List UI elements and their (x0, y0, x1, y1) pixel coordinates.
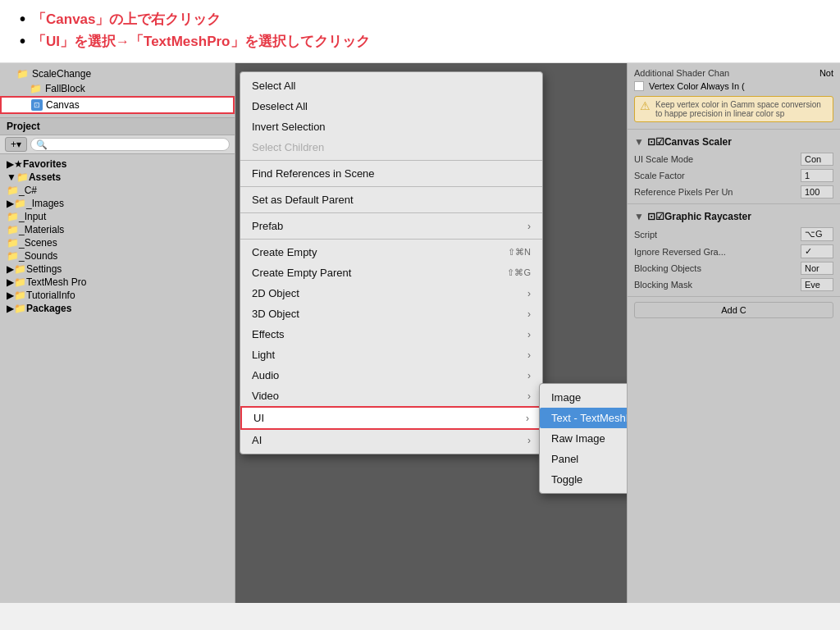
warning-text: Keep vertex color in Gamm space conversi… (655, 100, 828, 118)
blocking-objects-value[interactable]: Nor (801, 262, 833, 275)
add-button[interactable]: +▾ (5, 137, 27, 152)
tree-label-settings: Settings (26, 263, 62, 275)
menu-3d-object[interactable]: 3D Object › (240, 304, 542, 324)
component-icon-raycaster: ⊡ (647, 211, 655, 222)
toggle-icon-raycaster[interactable]: ▼ (634, 211, 644, 222)
menu-audio[interactable]: Audio › (240, 365, 542, 386)
submenu-image[interactable]: Image (540, 387, 627, 408)
scale-factor-value[interactable]: 1 (801, 169, 833, 182)
menu-find-references[interactable]: Find References in Scene (240, 163, 542, 184)
hier-label-scalechange: ScaleChange (32, 68, 91, 80)
ui-scale-mode-value[interactable]: Con (801, 153, 833, 166)
canvas-icon: ⊡ (31, 99, 43, 111)
folder-icon-materials: 📁 (7, 224, 19, 235)
ui-submenu[interactable]: Image Text - TextMeshPro Raw Image Panel… (539, 383, 627, 494)
menu-video[interactable]: Video › (240, 386, 542, 406)
shader-row: Additional Shader Chan Not (634, 66, 833, 80)
ui-scale-mode-label: UI Scale Mode (634, 154, 801, 164)
ref-pixels-value[interactable]: 100 (801, 185, 833, 199)
graphic-raycaster-header: ▼ ⊡ ☑ Graphic Raycaster (634, 208, 833, 226)
tree-item-assets[interactable]: ▼ 📁 Assets (0, 171, 235, 184)
tree-item-textmesh[interactable]: ▶ 📁 TextMesh Pro (0, 276, 235, 289)
raycaster-checkbox[interactable]: ☑ (655, 211, 664, 222)
menu-prefab[interactable]: Prefab › (240, 216, 542, 236)
tree-item-input[interactable]: 📁 _Input (0, 210, 235, 223)
menu-ai[interactable]: AI › (240, 430, 542, 450)
shortcut-create-empty-parent: ⇧⌘G (507, 267, 531, 278)
instruction-1-text: 「Canvas」の上で右クリック (32, 10, 221, 29)
component-icon-rect: ⊡ (647, 136, 655, 148)
ref-pixels-row: Reference Pixels Per Un 100 (634, 184, 833, 200)
submenu-panel[interactable]: Panel (540, 449, 627, 469)
folder-icon-settings: 📁 (14, 263, 26, 275)
tree-label-input: _Input (19, 211, 46, 222)
toggle-icon[interactable]: ▼ (634, 136, 644, 148)
tree-item-scenes[interactable]: 📁 _Scenes (0, 236, 235, 249)
hier-item-fallblock[interactable]: 📁 FallBlock (0, 81, 235, 96)
menu-2d-object[interactable]: 2D Object › (240, 283, 542, 304)
tree-item-images[interactable]: ▶ 📁 _Images (0, 197, 235, 210)
folder-icon-assets: 📁 (16, 171, 29, 183)
submenu-label-textmeshpro: Text - TextMeshPro (551, 412, 627, 424)
menu-set-default-parent[interactable]: Set as Default Parent (240, 189, 542, 210)
arrow-icon-audio: › (527, 370, 531, 381)
hier-item-scalechange[interactable]: 📁 ScaleChange (0, 66, 235, 81)
blocking-objects-label: Blocking Objects (634, 263, 801, 273)
separator-2 (240, 186, 542, 187)
tree-item-tutorialinfo[interactable]: ▶ 📁 TutorialInfo (0, 289, 235, 302)
tree-item-favorites[interactable]: ▶ ★ Favorites (0, 158, 235, 171)
folder-icon-csharp: 📁 (7, 185, 19, 196)
bullet-1: • (20, 10, 25, 29)
blocking-mask-row: Blocking Mask Eve (634, 276, 833, 293)
menu-label-set-default: Set as Default Parent (252, 194, 354, 206)
graphic-raycaster-section: ▼ ⊡ ☑ Graphic Raycaster Script ⌥G Ignore… (628, 204, 840, 297)
arrow-icon-light: › (527, 349, 531, 361)
hier-item-canvas[interactable]: ⊡ Canvas (0, 96, 235, 114)
search-input[interactable] (30, 138, 230, 151)
add-component-button[interactable]: Add C (634, 302, 833, 318)
script-value: ⌥G (801, 227, 833, 241)
submenu-text-textmeshpro[interactable]: Text - TextMeshPro (540, 408, 627, 428)
menu-create-empty-parent[interactable]: Create Empty Parent ⇧⌘G (240, 262, 542, 283)
tree-label-tutorialinfo: TutorialInfo (26, 290, 75, 301)
tree-label-csharp: _C# (19, 185, 37, 196)
graphic-raycaster-title: Graphic Raycaster (664, 211, 751, 222)
bullet-2: • (20, 32, 25, 51)
tree-item-settings[interactable]: ▶ 📁 Settings (0, 262, 235, 276)
tree-item-sounds[interactable]: 📁 _Sounds (0, 249, 235, 262)
tree-label-favorites: Favorites (23, 158, 66, 170)
submenu-toggle[interactable]: Toggle (540, 469, 627, 490)
arrow-icon-video: › (527, 390, 531, 402)
menu-deselect-all[interactable]: Deselect All (240, 96, 542, 116)
canvas-scaler-checkbox[interactable]: ☑ (655, 136, 664, 148)
shader-label: Additional Shader Chan (634, 68, 819, 78)
menu-select-all[interactable]: Select All (240, 75, 542, 96)
arrow-icon-2d: › (527, 288, 531, 299)
vertex-color-label: Vertex Color Always In ( (649, 81, 745, 91)
hier-label-canvas: Canvas (46, 99, 80, 111)
ignore-reversed-value[interactable]: ✓ (801, 244, 833, 258)
menu-invert-selection[interactable]: Invert Selection (240, 116, 542, 137)
tree-item-csharp[interactable]: 📁 _C# (0, 184, 235, 197)
blocking-mask-value[interactable]: Eve (801, 278, 833, 291)
tree-arrow-images: ▶ (7, 198, 14, 209)
ref-pixels-label: Reference Pixels Per Un (634, 187, 801, 197)
folder-icon-2: 📁 (30, 83, 42, 94)
shortcut-create-empty: ⇧⌘N (508, 247, 531, 258)
menu-label-invert-selection: Invert Selection (252, 121, 326, 133)
menu-light[interactable]: Light › (240, 345, 542, 365)
shader-not-label: Not (819, 68, 833, 78)
submenu-raw-image[interactable]: Raw Image (540, 428, 627, 449)
tree-item-materials[interactable]: 📁 _Materials (0, 223, 235, 236)
menu-ui[interactable]: UI › (240, 406, 542, 430)
vertex-color-row: Vertex Color Always In ( (634, 80, 833, 93)
folder-icon-images: 📁 (14, 198, 26, 209)
context-menu[interactable]: Select All Deselect All Invert Selection… (240, 71, 543, 454)
instructions-panel: • 「Canvas」の上で右クリック • 「UI」を選択→「TextMeshPr… (0, 0, 840, 63)
vertex-color-checkbox[interactable] (634, 81, 644, 91)
tree-item-packages[interactable]: ▶ 📁 Packages (0, 302, 235, 315)
menu-label-ui: UI (253, 412, 264, 424)
menu-effects[interactable]: Effects › (240, 324, 542, 345)
folder-icon: 📁 (16, 68, 29, 80)
menu-create-empty[interactable]: Create Empty ⇧⌘N (240, 242, 542, 262)
